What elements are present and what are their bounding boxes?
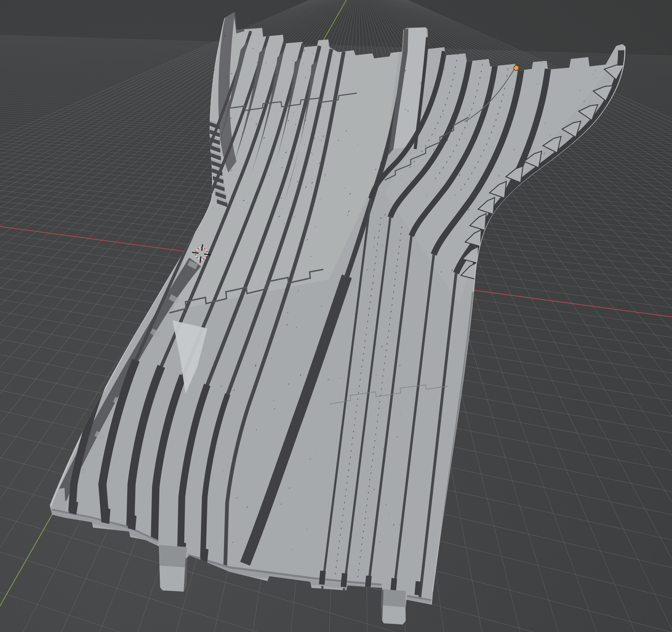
blender-3d-viewport[interactable] <box>0 0 672 632</box>
foot-right <box>381 589 406 624</box>
scene-svg <box>0 0 672 632</box>
object-origin-dot[interactable] <box>514 66 519 70</box>
foot-left <box>159 545 188 592</box>
surface-scratch <box>217 448 218 448</box>
